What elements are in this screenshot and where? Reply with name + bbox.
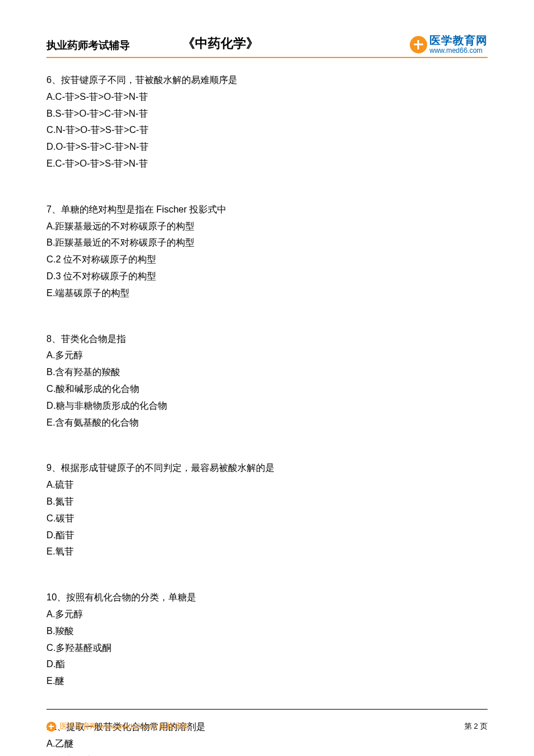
option-a: A.多元醇 bbox=[46, 606, 488, 623]
option-d: D.酯 bbox=[46, 656, 488, 673]
footer-divider bbox=[46, 709, 488, 710]
option-d: D.O-苷>S-苷>C-苷>N-苷 bbox=[46, 139, 488, 156]
option-c: C.酸和碱形成的化合物 bbox=[46, 381, 488, 398]
option-a: A.乙醚 bbox=[46, 736, 488, 753]
option-c: C.多羟基醛或酮 bbox=[46, 640, 488, 657]
option-a: A.C-苷>S-苷>O-苷>N-苷 bbox=[46, 89, 488, 106]
option-e: E.端基碳原子的构型 bbox=[46, 285, 488, 302]
option-c: C.N-苷>O-苷>S-苷>C-苷 bbox=[46, 122, 488, 139]
question-text: 6、按苷键原子不同，苷被酸水解的易难顺序是 bbox=[46, 72, 488, 89]
footer-plus-icon bbox=[46, 722, 56, 732]
question-text: 10、按照有机化合物的分类，单糖是 bbox=[46, 589, 488, 606]
option-d: D.3 位不对称碳原子的构型 bbox=[46, 268, 488, 285]
option-b: B.氮苷 bbox=[46, 494, 488, 510]
header-logo: 医学教育网 www.med66.com bbox=[410, 35, 488, 55]
option-a: A.多元醇 bbox=[46, 347, 488, 364]
option-e: E.C-苷>O-苷>S-苷>N-苷 bbox=[46, 156, 488, 172]
logo-plus-icon bbox=[410, 36, 427, 53]
page-header: 执业药师考试辅导 《中药化学》 医学教育网 www.med66.com bbox=[46, 35, 488, 58]
option-a: A.硫苷 bbox=[46, 477, 488, 494]
option-a: A.距羰基最远的不对称碳原子的构型 bbox=[46, 218, 488, 235]
option-c: C.碳苷 bbox=[46, 510, 488, 527]
option-e: E.含有氨基酸的化合物 bbox=[46, 415, 488, 431]
question-text: 9、根据形成苷键原子的不同判定，最容易被酸水解的是 bbox=[46, 460, 488, 477]
option-e: E.氧苷 bbox=[46, 543, 488, 560]
page-footer: 医学教育网 www.med66.com 版权所有 第 2 页 bbox=[46, 721, 488, 732]
logo-text: 医学教育网 www.med66.com bbox=[430, 35, 488, 55]
question-8: 8、苷类化合物是指 A.多元醇 B.含有羟基的羧酸 C.酸和碱形成的化合物 D.… bbox=[46, 331, 488, 431]
option-b: B.距羰基最近的不对称碳原子的构型 bbox=[46, 235, 488, 251]
option-d: D.糖与非糖物质形成的化合物 bbox=[46, 398, 488, 415]
header-subject: 执业药师考试辅导 bbox=[46, 38, 130, 52]
option-b: B.S-苷>O-苷>C-苷>N-苷 bbox=[46, 106, 488, 123]
option-d: D.酯苷 bbox=[46, 527, 488, 544]
question-text: 7、单糖的绝对构型是指在 Fischer 投影式中 bbox=[46, 201, 488, 218]
option-e: E.醚 bbox=[46, 673, 488, 690]
question-7: 7、单糖的绝对构型是指在 Fischer 投影式中 A.距羰基最远的不对称碳原子… bbox=[46, 201, 488, 302]
question-9: 9、根据形成苷键原子的不同判定，最容易被酸水解的是 A.硫苷 B.氮苷 C.碳苷… bbox=[46, 460, 488, 560]
logo-name-cn: 医学教育网 bbox=[430, 35, 488, 47]
footer-copyright: 医学教育网 www.med66.com 版权所有 bbox=[46, 721, 189, 732]
question-text: 8、苷类化合物是指 bbox=[46, 331, 488, 348]
option-c: C.2 位不对称碳原子的构型 bbox=[46, 251, 488, 268]
option-b: B.羧酸 bbox=[46, 623, 488, 640]
question-10: 10、按照有机化合物的分类，单糖是 A.多元醇 B.羧酸 C.多羟基醛或酮 D.… bbox=[46, 589, 488, 690]
question-6: 6、按苷键原子不同，苷被酸水解的易难顺序是 A.C-苷>S-苷>O-苷>N-苷 … bbox=[46, 72, 488, 172]
header-title: 《中药化学》 bbox=[182, 35, 259, 52]
page-number: 第 2 页 bbox=[464, 721, 488, 732]
option-b: B.含水乙醇 bbox=[46, 753, 488, 757]
footer-text: 医学教育网 www.med66.com 版权所有 bbox=[60, 721, 189, 732]
option-b: B.含有羟基的羧酸 bbox=[46, 364, 488, 381]
logo-url: www.med66.com bbox=[430, 47, 488, 55]
